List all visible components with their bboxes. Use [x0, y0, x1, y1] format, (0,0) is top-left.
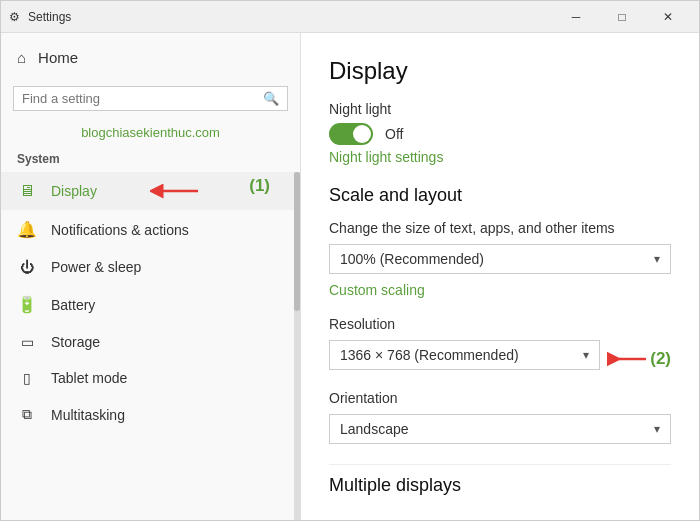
- resolution-row: 1366 × 768 (Recommended) ▾: [329, 340, 671, 378]
- toggle-knob: [353, 125, 371, 143]
- night-light-toggle[interactable]: [329, 123, 373, 145]
- sidebar-item-label-power: Power & sleep: [51, 259, 141, 275]
- sidebar-item-label-tablet: Tablet mode: [51, 370, 127, 386]
- main-area: ⌂ Home 🔍 blogchiasekienthuc.com System 🖥…: [1, 33, 699, 520]
- orientation-label: Orientation: [329, 390, 671, 406]
- watermark: blogchiasekienthuc.com: [1, 123, 300, 148]
- toggle-label: Off: [385, 126, 403, 142]
- multitasking-icon: ⧉: [17, 406, 37, 423]
- resolution-label: Resolution: [329, 316, 671, 332]
- title-bar-controls: ─ □ ✕: [553, 1, 691, 33]
- sidebar-item-label-battery: Battery: [51, 297, 95, 313]
- sidebar-scrollbar[interactable]: [294, 172, 300, 520]
- sidebar-item-label-storage: Storage: [51, 334, 100, 350]
- resolution-dropdown-arrow: ▾: [583, 348, 589, 362]
- sidebar-item-label-display: Display: [51, 183, 97, 199]
- sidebar-item-power[interactable]: ⏻ Power & sleep: [1, 249, 300, 285]
- orientation-dropdown-value: Landscape: [340, 421, 409, 437]
- settings-window: ⚙ Settings ─ □ ✕ ⌂ Home 🔍 blogchiasekien…: [0, 0, 700, 521]
- scale-layout-section: Scale and layout Change the size of text…: [329, 185, 671, 444]
- change-size-label: Change the size of text, apps, and other…: [329, 220, 671, 236]
- arrow1-svg: [150, 180, 200, 202]
- resolution-dropdown[interactable]: 1366 × 768 (Recommended) ▾: [329, 340, 600, 370]
- search-icon: 🔍: [263, 91, 279, 106]
- sidebar-item-notifications[interactable]: 🔔 Notifications & actions: [1, 210, 300, 249]
- sidebar-item-tablet[interactable]: ▯ Tablet mode: [1, 360, 300, 396]
- storage-icon: ▭: [17, 334, 37, 350]
- tablet-icon: ▯: [17, 370, 37, 386]
- annotation-1-label: (1): [249, 176, 270, 196]
- minimize-button[interactable]: ─: [553, 1, 599, 33]
- orientation-dropdown[interactable]: Landscape ▾: [329, 414, 671, 444]
- sidebar-item-label-multitasking: Multitasking: [51, 407, 125, 423]
- night-light-label: Night light: [329, 101, 671, 117]
- search-input[interactable]: [22, 91, 263, 106]
- maximize-button[interactable]: □: [599, 1, 645, 33]
- sidebar-scrollbar-thumb: [294, 172, 300, 311]
- arrow2-svg: [606, 347, 650, 371]
- power-icon: ⏻: [17, 259, 37, 275]
- sidebar-item-display[interactable]: 🖥 Display (1): [1, 172, 300, 210]
- scale-dropdown[interactable]: 100% (Recommended) ▾: [329, 244, 671, 274]
- title-bar-left: ⚙ Settings: [9, 10, 71, 24]
- night-light-section: Night light Off Night light settings: [329, 101, 671, 165]
- custom-scaling-link[interactable]: Custom scaling: [329, 282, 671, 298]
- settings-gear-icon: ⚙: [9, 10, 20, 24]
- multiple-displays-label: Multiple displays: [329, 464, 671, 496]
- annotation-2-block: (2): [606, 347, 671, 371]
- resolution-dropdown-value: 1366 × 768 (Recommended): [340, 347, 519, 363]
- night-light-settings-link[interactable]: Night light settings: [329, 149, 671, 165]
- sidebar-item-multitasking[interactable]: ⧉ Multitasking: [1, 396, 300, 433]
- annotation-2-label: (2): [650, 349, 671, 369]
- notifications-icon: 🔔: [17, 220, 37, 239]
- scale-dropdown-value: 100% (Recommended): [340, 251, 484, 267]
- page-title: Display: [329, 57, 671, 85]
- sidebar-item-label-notifications: Notifications & actions: [51, 222, 189, 238]
- window-title: Settings: [28, 10, 71, 24]
- sidebar-item-home[interactable]: ⌂ Home: [1, 33, 300, 82]
- sidebar-item-storage[interactable]: ▭ Storage: [1, 324, 300, 360]
- sidebar-items: 🖥 Display (1) 🔔 Noti: [1, 172, 300, 520]
- scale-layout-title: Scale and layout: [329, 185, 671, 206]
- home-icon: ⌂: [17, 49, 26, 66]
- search-box[interactable]: 🔍: [13, 86, 288, 111]
- content-panel: Display Night light Off Night light sett…: [301, 33, 699, 520]
- display-icon: 🖥: [17, 182, 37, 200]
- sidebar-item-battery[interactable]: 🔋 Battery: [1, 285, 300, 324]
- home-label: Home: [38, 49, 78, 66]
- night-light-row: Off: [329, 123, 671, 145]
- battery-icon: 🔋: [17, 295, 37, 314]
- scale-dropdown-arrow: ▾: [654, 252, 660, 266]
- close-button[interactable]: ✕: [645, 1, 691, 33]
- orientation-dropdown-arrow: ▾: [654, 422, 660, 436]
- title-bar: ⚙ Settings ─ □ ✕: [1, 1, 699, 33]
- sidebar: ⌂ Home 🔍 blogchiasekienthuc.com System 🖥…: [1, 33, 301, 520]
- section-label: System: [1, 148, 300, 172]
